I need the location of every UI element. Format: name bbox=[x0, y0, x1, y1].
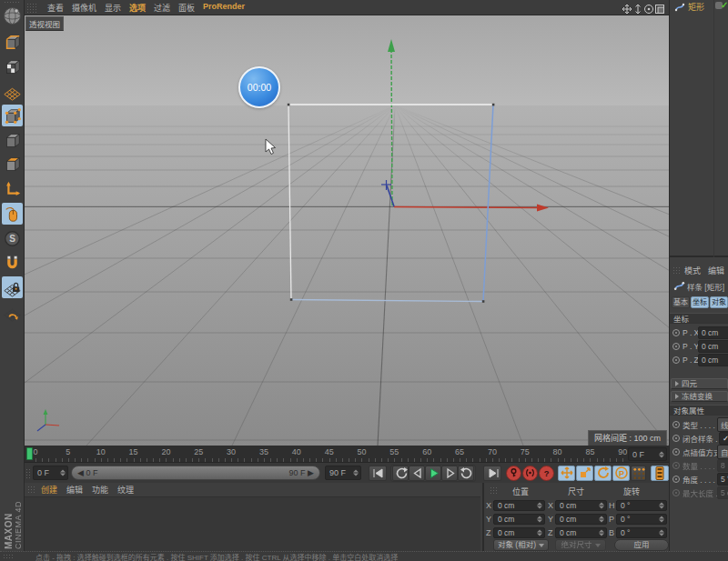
edges-mode-icon[interactable] bbox=[2, 129, 23, 151]
key-position-button[interactable] bbox=[558, 466, 575, 481]
coord-value-field[interactable]: 0 cm bbox=[698, 354, 728, 366]
enabled-check-icon[interactable]: ✓ bbox=[721, 0, 728, 10]
perspective-viewport[interactable]: 透视视图 网格间距 : 100 cm 00:00 bbox=[25, 15, 669, 446]
goto-end-button[interactable] bbox=[483, 466, 501, 481]
key-radio[interactable] bbox=[672, 489, 680, 496]
range-min-field[interactable]: 0 F bbox=[33, 466, 68, 480]
range-max-field[interactable]: 90 F bbox=[325, 466, 361, 480]
spline-point[interactable] bbox=[492, 104, 495, 106]
spline-point[interactable] bbox=[288, 104, 290, 106]
current-frame-marker[interactable] bbox=[26, 447, 33, 460]
attr-tab-对象[interactable]: 对象 bbox=[710, 296, 728, 308]
group-1[interactable]: 冻结变换 bbox=[671, 391, 728, 402]
prop-checkbox[interactable]: ✓ bbox=[719, 432, 728, 445]
coord-input[interactable]: 0 cm bbox=[555, 514, 607, 525]
render-preview-button[interactable] bbox=[651, 466, 669, 481]
key-radio[interactable] bbox=[672, 448, 680, 456]
prop-dropdown[interactable]: 自动适应 bbox=[717, 445, 728, 459]
menu-item[interactable]: ProRender bbox=[203, 2, 245, 14]
timeline-ruler[interactable]: 051015202530354045505560657075808590 0 F bbox=[25, 446, 669, 463]
workplane-lock-icon[interactable] bbox=[2, 276, 23, 298]
coord-input[interactable]: 0 cm bbox=[493, 514, 545, 525]
menu-item[interactable]: 过滤 bbox=[154, 2, 170, 14]
snap-enable-icon[interactable] bbox=[2, 252, 23, 274]
key-pla-button[interactable] bbox=[631, 466, 646, 481]
menu-item[interactable]: 面板 bbox=[178, 2, 195, 14]
key-radio[interactable] bbox=[672, 329, 680, 336]
keyframe-selection-button[interactable]: ? bbox=[539, 466, 554, 481]
coord-input[interactable]: 0 cm bbox=[555, 527, 607, 538]
coord-input[interactable]: 0 ° bbox=[616, 500, 667, 511]
prop-field[interactable]: 5 ° bbox=[717, 473, 728, 486]
material-grip[interactable] bbox=[27, 486, 36, 495]
workplane-mode-icon[interactable] bbox=[2, 80, 23, 102]
key-radio[interactable] bbox=[672, 343, 680, 350]
coord-value-field[interactable]: 0 cm bbox=[698, 340, 728, 353]
coord-input[interactable]: 0 cm bbox=[555, 500, 607, 511]
coord-value-field[interactable]: 0 cm bbox=[698, 326, 728, 339]
key-radio[interactable] bbox=[672, 476, 680, 483]
key-rotation-button[interactable] bbox=[594, 466, 612, 481]
autokey-button[interactable] bbox=[522, 466, 538, 481]
make-editable-icon[interactable] bbox=[2, 31, 23, 53]
key-radio[interactable] bbox=[672, 435, 680, 442]
range-grip[interactable] bbox=[25, 468, 31, 479]
coords-grip[interactable] bbox=[490, 486, 499, 496]
spline-point[interactable] bbox=[482, 300, 485, 303]
texture-mode-icon[interactable] bbox=[2, 55, 23, 77]
key-radio[interactable] bbox=[672, 356, 680, 364]
size-mode-dropdown[interactable]: 绝对尺寸 bbox=[555, 539, 606, 551]
key-scale-button[interactable] bbox=[576, 466, 593, 481]
attrs-menu-mode[interactable]: 模式 bbox=[684, 265, 701, 276]
interactive-workplane-icon[interactable] bbox=[2, 301, 23, 323]
spline-point[interactable] bbox=[290, 298, 293, 301]
snap-settings-icon[interactable]: S bbox=[2, 227, 23, 249]
apply-button[interactable]: 应用 bbox=[614, 539, 669, 551]
attr-tab-坐标[interactable]: 坐标 bbox=[691, 296, 709, 308]
material-manager-area[interactable] bbox=[25, 497, 480, 551]
material-menu-item[interactable]: 创建 bbox=[41, 484, 57, 496]
attrs-menu-edit[interactable]: 编辑 bbox=[708, 265, 724, 276]
section-coordinates[interactable]: 坐标 bbox=[670, 313, 728, 324]
play-button[interactable] bbox=[425, 466, 441, 481]
attr-tab-基本[interactable]: 基本 bbox=[672, 296, 690, 308]
current-frame-field[interactable]: 0 F bbox=[628, 447, 667, 461]
attrs-grip[interactable] bbox=[672, 266, 681, 275]
object-mode-dropdown[interactable]: 对象 (相对) bbox=[493, 539, 549, 551]
group-0[interactable]: 四元 bbox=[671, 378, 728, 389]
menu-item[interactable]: 显示 bbox=[105, 2, 121, 14]
object-row[interactable]: 矩形 bbox=[674, 1, 704, 13]
key-radio[interactable] bbox=[672, 462, 680, 469]
material-menu-item[interactable]: 功能 bbox=[92, 484, 108, 496]
axis-mode-icon[interactable] bbox=[2, 178, 23, 200]
coord-input[interactable]: 0 ° bbox=[616, 514, 667, 525]
object-name[interactable]: 矩形 bbox=[688, 1, 704, 13]
play-backwards-button[interactable] bbox=[392, 466, 409, 481]
coord-input[interactable]: 0 cm bbox=[493, 500, 545, 511]
x-axis[interactable] bbox=[394, 207, 541, 208]
play-loop-button[interactable] bbox=[458, 466, 474, 481]
key-parameter-button[interactable]: P bbox=[612, 466, 630, 481]
prop-field[interactable]: 8 bbox=[717, 459, 728, 472]
record-keyframe-button[interactable] bbox=[506, 466, 521, 481]
menu-item[interactable]: 查看 bbox=[47, 2, 64, 14]
goto-start-button[interactable] bbox=[369, 466, 387, 481]
range-slider[interactable]: ◀ 0 F 90 F ▶ bbox=[71, 466, 320, 480]
view-label[interactable]: 透视视图 bbox=[25, 16, 64, 31]
material-menu-item[interactable]: 纹理 bbox=[117, 484, 134, 496]
coord-input[interactable]: 0 cm bbox=[493, 527, 545, 538]
menu-grip[interactable] bbox=[26, 3, 36, 13]
points-mode-icon[interactable] bbox=[2, 105, 23, 126]
menu-item[interactable]: 选项 bbox=[129, 2, 146, 14]
polygons-mode-icon[interactable] bbox=[2, 153, 23, 175]
key-radio[interactable] bbox=[672, 421, 680, 428]
previous-frame-button[interactable] bbox=[409, 466, 425, 481]
section-object-props[interactable]: 对象属性 bbox=[670, 405, 728, 416]
next-frame-button[interactable] bbox=[441, 466, 458, 481]
prop-dropdown[interactable]: 线性 bbox=[717, 417, 728, 432]
menu-item[interactable]: 摄像机 bbox=[72, 2, 96, 14]
material-menu-item[interactable]: 编辑 bbox=[66, 484, 83, 496]
viewport-solo-icon[interactable] bbox=[2, 203, 23, 225]
prop-field[interactable]: 5 cm bbox=[717, 486, 728, 499]
coord-input[interactable]: 0 ° bbox=[616, 527, 667, 538]
